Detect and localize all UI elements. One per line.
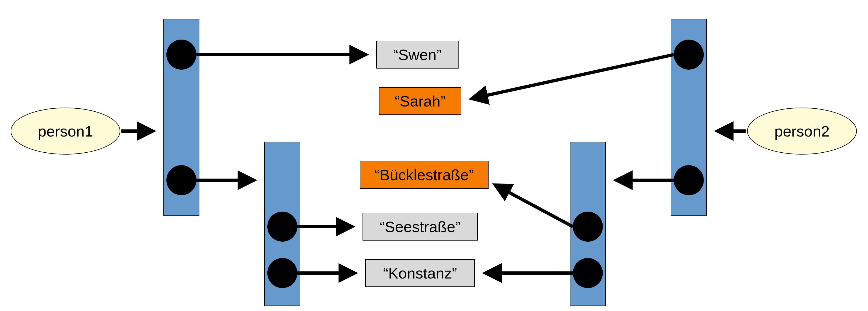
arrow-address2-street [496, 186, 573, 227]
slot-person1-name [166, 39, 196, 69]
slot-address1-city [267, 258, 297, 288]
value-konstanz-text: “Konstanz” [383, 264, 457, 282]
slot-address1-street [267, 211, 297, 242]
value-see-text: “Seestraße” [380, 218, 461, 235]
slot-person2-address [674, 165, 704, 195]
value-bueckle-text: “Bücklestraße” [375, 166, 474, 183]
slot-person2-name [674, 39, 704, 69]
person2-label: person2 [774, 122, 830, 140]
slot-address2-city [573, 258, 603, 288]
slot-address2-street [573, 211, 603, 242]
slot-person1-address [166, 165, 196, 195]
value-swen-text: “Swen” [393, 46, 441, 63]
person1-label: person1 [38, 122, 93, 140]
object-graph-diagram: person1 person2 “Swen” “Sarah” “Bücklest… [0, 0, 868, 311]
arrow-person2-name [473, 55, 674, 98]
value-sarah-text: “Sarah” [395, 92, 446, 110]
